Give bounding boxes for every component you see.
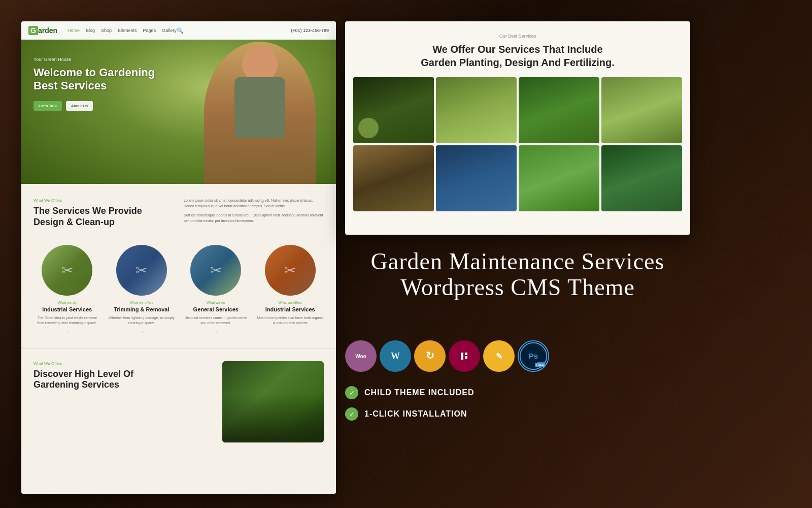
main-title-area: Garden Maintenance Services Wordpress CM… [345, 249, 690, 300]
right-eyebrow: Our Best Services [365, 34, 670, 39]
service-type-4: What we offers [257, 301, 324, 304]
nav-blog[interactable]: Blog [86, 28, 95, 33]
service-name-4: Industrial Services [257, 306, 324, 312]
service-type-3: What we do [182, 301, 250, 304]
service-card-3: What we do General Services Disposal ser… [182, 245, 250, 334]
feature-one-click: ✓ 1-CLICK INSTALLATION [345, 407, 474, 421]
gallery-item-6 [436, 145, 517, 211]
svg-rect-13 [537, 362, 546, 367]
feature-text-2: 1-CLICK INSTALLATION [364, 409, 467, 419]
hero-person-image [204, 42, 316, 184]
nav-home[interactable]: Home [67, 28, 80, 33]
svg-rect-5 [461, 353, 463, 360]
logo-letter: G [28, 26, 38, 35]
hero-tagline: Your Green House [33, 57, 155, 62]
mockup-right: Our Best Services We Offer Our Services … [345, 21, 690, 235]
svg-text:↻: ↻ [426, 350, 434, 361]
gallery-item-3 [519, 77, 599, 143]
services-eyebrow: What We Offers [33, 198, 174, 203]
right-header: Our Best Services We Offer Our Services … [345, 21, 690, 77]
svg-text:Ps: Ps [529, 352, 538, 360]
lets-talk-button[interactable]: Let's Talk [33, 101, 62, 111]
service-desc-3: Disposal services come in garden when yo… [182, 315, 250, 326]
main-theme-title: Garden Maintenance Services Wordpress CM… [345, 249, 690, 300]
search-icon[interactable]: 🔍 [177, 27, 184, 34]
service-desc-1: The Great idea to yard waste removal the… [33, 315, 101, 326]
nav-elements[interactable]: Elements [118, 28, 137, 33]
svg-text:FREE: FREE [536, 363, 546, 367]
photoshop-icon: Ps FREE [518, 340, 549, 372]
elementor-icon [449, 340, 480, 372]
feature-text-1: CHILD THEME INCLUDED [364, 388, 474, 397]
service-desc-2: Whether from lightning damage, or simply… [108, 315, 176, 326]
service-type-2: What we offers [108, 301, 176, 304]
svg-text:W: W [391, 351, 400, 361]
service-arrow-1[interactable]: → [33, 329, 101, 334]
service-card-4: What we offers Industrial Services Most … [257, 245, 324, 334]
right-title: We Offer Our Services That Include Garde… [365, 43, 670, 69]
wordpress-icon: W [380, 340, 411, 372]
service-card-2: What we offers Trimming & Removal Whethe… [108, 245, 176, 334]
service-desc-4: Most of companies also have both organic… [257, 315, 324, 326]
hero-content: Your Green House Welcome to Gardening Be… [33, 57, 155, 111]
hero-section: Garden Home Blog Shop Elements Pages Gal… [21, 21, 336, 184]
services-header: What We Offers The Services We Provide D… [33, 198, 324, 235]
feature-child-theme: ✓ CHILD THEME INCLUDED [345, 386, 474, 399]
service-name-3: General Services [182, 306, 250, 312]
discover-image [222, 361, 324, 442]
discover-left: What We Offers Discover High Level Of Ga… [33, 361, 214, 398]
services-left: What We Offers The Services We Provide D… [33, 198, 174, 235]
nav-gallery[interactable]: Gallery [162, 28, 177, 33]
service-arrow-2[interactable]: → [108, 329, 176, 334]
gallery-item-1 [353, 77, 434, 143]
svg-text:✎: ✎ [496, 352, 502, 361]
service-card-1: What we do Industrial Services The Great… [33, 245, 101, 334]
navigation: Garden Home Blog Shop Elements Pages Gal… [21, 21, 336, 40]
service-image-3 [190, 245, 241, 296]
service-name-2: Trimming & Removal [108, 306, 176, 312]
about-us-button[interactable]: About Us [66, 101, 93, 111]
gallery-item-7 [519, 145, 599, 211]
svg-rect-6 [465, 353, 467, 355]
features-list: ✓ CHILD THEME INCLUDED ✓ 1-CLICK INSTALL… [345, 386, 474, 429]
service-image-2 [116, 245, 167, 296]
check-icon-2: ✓ [345, 407, 358, 421]
nav-pages[interactable]: Pages [143, 28, 156, 33]
gallery-item-5 [353, 145, 434, 211]
discover-eyebrow: What We Offers [33, 361, 214, 366]
service-arrow-3[interactable]: → [182, 329, 250, 334]
svg-point-4 [456, 347, 473, 365]
phone-number: (+01) 123-456-789 [291, 28, 329, 33]
tech-icons: Woo W ↻ ✎ Ps FREE [345, 340, 549, 372]
check-icon-1: ✓ [345, 386, 358, 399]
discover-title: Discover High Level Of Gardening Service… [33, 369, 214, 391]
gallery-grid [345, 77, 690, 219]
service-arrow-4[interactable]: → [257, 329, 324, 334]
nav-links: Home Blog Shop Elements Pages Gallery [67, 28, 177, 33]
service-name-1: Industrial Services [33, 306, 101, 312]
gallery-item-2 [436, 77, 517, 143]
gallery-item-4 [601, 77, 682, 143]
mockup-left: Garden Home Blog Shop Elements Pages Gal… [21, 21, 336, 494]
refresh-icon: ↻ [414, 340, 446, 372]
service-image-4 [265, 245, 316, 296]
service-image-1 [42, 245, 92, 296]
services-section: What We Offers The Services We Provide D… [21, 184, 336, 348]
service-type-1: What we do [33, 301, 101, 304]
nav-shop[interactable]: Shop [101, 28, 112, 33]
gallery-item-8 [601, 145, 682, 211]
svg-rect-7 [465, 356, 467, 359]
hero-buttons: Let's Talk About Us [33, 101, 155, 111]
services-description: Lorem ipsum dolor sit amet, consectetur … [184, 198, 324, 235]
discover-section: What We Offers Discover High Level Of Ga… [21, 348, 336, 455]
edit-icon: ✎ [483, 340, 515, 372]
hero-title: Welcome to Gardening Best Services [33, 66, 155, 93]
woocommerce-icon: Woo [345, 340, 377, 372]
services-title: The Services We Provide Design & Clean-u… [33, 206, 174, 228]
site-logo: Garden [28, 26, 57, 35]
services-grid: What we do Industrial Services The Great… [33, 245, 324, 334]
